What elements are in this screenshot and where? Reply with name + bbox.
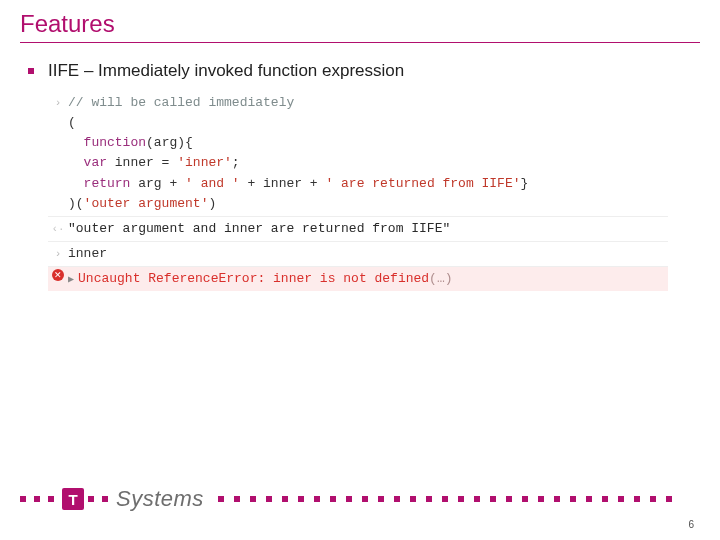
dot-icon (618, 496, 624, 502)
keyword-return: return (84, 176, 131, 191)
dot-icon (394, 496, 400, 502)
code-body: // will be called immediately ( function… (68, 93, 668, 214)
dot-icon (218, 496, 224, 502)
dot-icon (506, 496, 512, 502)
dot-icon (634, 496, 640, 502)
dot-icon (570, 496, 576, 502)
error-icon-cell: ✕ (48, 269, 68, 281)
string-literal: ' and ' (185, 176, 240, 191)
dot-icon (426, 496, 432, 502)
dot-icon (282, 496, 288, 502)
bullet-icon (28, 68, 34, 74)
dot-icon (458, 496, 464, 502)
dot-icon (234, 496, 240, 502)
dot-icon (34, 496, 40, 502)
dot-icon (378, 496, 384, 502)
keyword-var: var (84, 155, 107, 170)
dot-icon (490, 496, 496, 502)
error-icon: ✕ (52, 269, 64, 281)
t-systems-logo: T Systems (62, 486, 204, 512)
dots-left (20, 496, 62, 502)
disclosure-triangle-icon: ▶ (68, 274, 74, 285)
bullet-text: IIFE – Immediately invoked function expr… (48, 61, 404, 81)
code-comment: // will be called immediately (68, 95, 294, 110)
console-input-row: › inner (48, 241, 668, 266)
dot-icon (442, 496, 448, 502)
footer: T Systems (20, 486, 700, 512)
dot-icon (474, 496, 480, 502)
string-literal: 'inner' (177, 155, 232, 170)
console-error-row: ✕ ▶Uncaught ReferenceError: inner is not… (48, 266, 668, 291)
bullet-item: IIFE – Immediately invoked function expr… (28, 61, 700, 81)
dot-icon (88, 496, 94, 502)
console-output-row: ‹· "outer argument and inner are returne… (48, 216, 668, 241)
code-body: inner (68, 244, 668, 264)
prompt-in-icon: › (48, 93, 68, 112)
dot-icon (538, 496, 544, 502)
error-text: ▶Uncaught ReferenceError: inner is not d… (68, 269, 668, 289)
page-number: 6 (688, 519, 694, 530)
string-literal: ' are returned from IIFE' (325, 176, 520, 191)
prompt-out-icon: ‹· (48, 219, 68, 238)
page-title: Features (20, 10, 700, 43)
dots-right (218, 496, 700, 502)
logo-t-box: T (62, 488, 84, 510)
code-paren: ( (68, 115, 76, 130)
dot-icon (250, 496, 256, 502)
dot-icon (48, 496, 54, 502)
dot-icon (314, 496, 320, 502)
dot-icon (522, 496, 528, 502)
dot-icon (602, 496, 608, 502)
dot-icon (362, 496, 368, 502)
dot-icon (554, 496, 560, 502)
dot-icon (650, 496, 656, 502)
dot-icon (266, 496, 272, 502)
dot-icon (330, 496, 336, 502)
dot-icon (666, 496, 672, 502)
dot-icon (298, 496, 304, 502)
console-input-row: › // will be called immediately ( functi… (48, 91, 668, 216)
prompt-in-icon: › (48, 244, 68, 263)
dot-icon (20, 496, 26, 502)
dot-icon (346, 496, 352, 502)
dots-mid (88, 496, 112, 502)
dot-icon (410, 496, 416, 502)
dot-icon (102, 496, 108, 502)
console-block: › // will be called immediately ( functi… (48, 91, 668, 291)
dot-icon (586, 496, 592, 502)
keyword-function: function (84, 135, 146, 150)
slide: Features IIFE – Immediately invoked func… (0, 0, 720, 540)
output-text: "outer argument and inner are returned f… (68, 219, 668, 239)
logo-text: Systems (116, 486, 204, 512)
string-literal: 'outer argument' (84, 196, 209, 211)
